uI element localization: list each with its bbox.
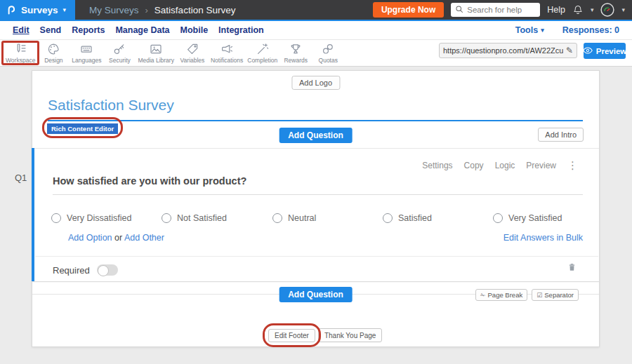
page-break-label: Page Break xyxy=(488,291,523,299)
question-bottom-border xyxy=(32,281,599,282)
question-preview-link[interactable]: Preview xyxy=(526,161,556,170)
image-icon xyxy=(149,42,163,56)
question-menu: Settings Copy Logic Preview ⋮ xyxy=(422,159,578,172)
toolbar-item-rewards[interactable]: Rewards xyxy=(279,42,312,64)
breadcrumb: My Surveys › Satisfaction Survey xyxy=(89,5,235,15)
option-neutral: Neutral xyxy=(272,213,316,223)
tab-manage-data[interactable]: Manage Data xyxy=(115,25,169,35)
chevron-down-icon: ▾ xyxy=(541,27,544,34)
toolbar-item-notifications[interactable]: Notifications xyxy=(209,42,245,64)
toolbar-item-design[interactable]: Design xyxy=(37,42,70,64)
toolbar-item-variables[interactable]: Variables xyxy=(176,42,209,64)
add-logo-button[interactable]: Add Logo xyxy=(291,76,340,90)
help-link[interactable]: Help xyxy=(547,5,565,15)
megaphone-icon xyxy=(220,42,234,56)
chevron-down-icon[interactable]: ▾ xyxy=(591,7,594,13)
edit-answers-label: Edit Answers in Bulk xyxy=(503,233,583,243)
radio-button[interactable] xyxy=(493,213,503,223)
kebab-menu-icon[interactable]: ⋮ xyxy=(567,159,578,172)
add-question-button-top[interactable]: Add Question xyxy=(279,128,353,143)
survey-url-value: https://questionpro.com/t/AW22ZcuEJ xyxy=(443,46,563,55)
required-toggle[interactable] xyxy=(97,264,118,276)
option-very-satisfied: Very Satisfied xyxy=(493,213,562,223)
tab-integration[interactable]: Integration xyxy=(218,25,264,35)
avatar[interactable] xyxy=(600,3,614,17)
surveys-app-menu[interactable]: Surveys ▾ xyxy=(0,0,75,20)
add-question-button-bottom[interactable]: Add Question xyxy=(279,287,353,302)
add-other-link[interactable]: Add Other xyxy=(124,233,164,243)
question-top-border xyxy=(32,148,599,149)
question-copy-link[interactable]: Copy xyxy=(464,161,484,170)
toolbar-label: Quotas xyxy=(319,57,338,64)
radio-button[interactable] xyxy=(51,213,61,223)
separator-button[interactable]: ☑ Separator xyxy=(532,289,579,301)
tab-send[interactable]: Send xyxy=(40,25,62,35)
question-number: Q1 xyxy=(15,173,27,183)
toolbar-label: Completion xyxy=(247,57,277,64)
thank-you-page-button[interactable]: Thank You Page xyxy=(318,328,382,342)
chevron-down-icon[interactable]: ▾ xyxy=(621,7,625,13)
survey-url-field[interactable]: https://questionpro.com/t/AW22ZcuEJ ✎ xyxy=(439,43,577,58)
tools-menu[interactable]: Tools ▾ xyxy=(515,25,544,35)
toolbar-item-workspace[interactable]: Workspace xyxy=(4,42,37,64)
surveys-menu-label: Surveys xyxy=(21,5,58,15)
breadcrumb-current: Satisfaction Survey xyxy=(154,5,236,15)
toolbar-item-completion[interactable]: Completion xyxy=(245,42,279,64)
rich-content-editor-button[interactable]: Rich Content Editor xyxy=(47,123,118,134)
option-label[interactable]: Satisfied xyxy=(398,213,432,223)
page-break-button[interactable]: ✁ Page Break xyxy=(475,289,527,301)
question-text-underline xyxy=(53,194,583,195)
eye-icon xyxy=(583,47,593,55)
questionpro-survey-editor: Surveys ▾ My Surveys › Satisfaction Surv… xyxy=(0,0,632,364)
responses-count[interactable]: Responses: 0 xyxy=(562,25,619,35)
edit-footer-button[interactable]: Edit Footer xyxy=(268,329,315,342)
option-not-satisfied: Not Satisfied xyxy=(162,213,227,223)
question-logic-link[interactable]: Logic xyxy=(495,161,515,170)
preview-button[interactable]: Preview xyxy=(584,43,626,59)
toolbar-label: Notifications xyxy=(211,57,243,64)
breadcrumb-separator-icon: › xyxy=(145,5,148,15)
toolbar-label: Rewards xyxy=(284,57,308,64)
edit-answers-in-bulk-link[interactable]: Edit Answers in Bulk xyxy=(503,233,583,243)
question-settings-link[interactable]: Settings xyxy=(422,161,452,170)
footer-buttons: Edit Footer Thank You Page xyxy=(268,328,382,342)
tab-reports[interactable]: Reports xyxy=(72,25,105,35)
survey-title[interactable]: Satisfaction Survey xyxy=(48,97,174,114)
search-input[interactable] xyxy=(467,6,537,14)
option-label[interactable]: Neutral xyxy=(288,213,316,223)
notifications-bell-icon[interactable] xyxy=(572,4,584,15)
tag-icon xyxy=(185,42,199,56)
radio-button[interactable] xyxy=(162,213,171,223)
toolbar-label: Variables xyxy=(180,57,205,64)
add-intro-button[interactable]: Add Intro xyxy=(538,128,584,142)
chain-links-icon xyxy=(321,42,335,56)
toolbar-item-languages[interactable]: Languages xyxy=(70,42,103,64)
toolbar-item-quotas[interactable]: Quotas xyxy=(312,42,344,64)
separator-icon: ☑ xyxy=(536,292,542,299)
question-selected-bar xyxy=(32,148,34,281)
rich-content-editor-wrap: Rich Content Editor xyxy=(47,121,118,134)
option-label[interactable]: Very Satisfied xyxy=(508,213,562,223)
option-very-dissatisfied: Very Dissatisfied xyxy=(51,213,131,223)
top-header: Surveys ▾ My Surveys › Satisfaction Surv… xyxy=(0,0,632,20)
breadcrumb-my-surveys[interactable]: My Surveys xyxy=(89,5,139,15)
chevron-down-icon: ▾ xyxy=(63,7,67,13)
toolbar-item-media-library[interactable]: Media Library xyxy=(136,42,176,64)
magic-wand-icon xyxy=(256,42,270,56)
required-label: Required xyxy=(53,265,90,276)
edit-url-pencil-icon[interactable]: ✎ xyxy=(566,46,573,55)
toolbar-label: Media Library xyxy=(138,57,174,64)
search-icon xyxy=(455,4,463,16)
upgrade-now-button[interactable]: Upgrade Now xyxy=(373,2,444,18)
radio-button[interactable] xyxy=(383,213,393,223)
add-option-link[interactable]: Add Option xyxy=(68,233,112,243)
radio-button[interactable] xyxy=(272,213,282,223)
help-search-box[interactable] xyxy=(451,3,540,17)
option-label[interactable]: Very Dissatisfied xyxy=(67,213,131,223)
option-label[interactable]: Not Satisfied xyxy=(177,213,227,223)
delete-question-trash-icon[interactable] xyxy=(567,262,577,276)
question-text[interactable]: How satisfied are you with our product? xyxy=(53,175,246,187)
tab-mobile[interactable]: Mobile xyxy=(180,25,209,35)
toolbar-item-security[interactable]: Security xyxy=(103,42,136,64)
tab-edit[interactable]: Edit xyxy=(13,25,29,35)
